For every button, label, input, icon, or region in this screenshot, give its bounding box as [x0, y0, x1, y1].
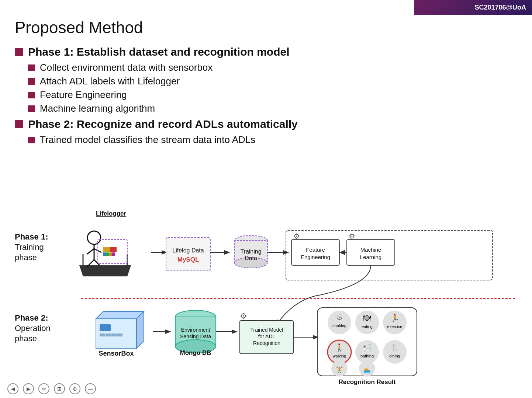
svg-point-4	[87, 231, 101, 244]
phase1-item-2: Attach ADL labels with Lifelogger	[28, 76, 525, 87]
sub-bullet-4	[28, 105, 35, 112]
phase2-operation-label: Operation	[15, 324, 51, 333]
phase1-subitems: Collect environment data with sensorbox …	[28, 62, 525, 114]
svg-rect-15	[112, 252, 115, 256]
sub-bullet-5	[28, 137, 35, 143]
header-bar: SC201706@UoA	[414, 0, 532, 15]
svg-text:🏃: 🏃	[390, 314, 400, 322]
svg-text:Engineering: Engineering	[301, 254, 330, 260]
phase1-bullet	[15, 48, 23, 56]
sub-bullet-1	[28, 64, 35, 71]
phase1-item-2-text: Attach ADL labels with Lifelogger	[40, 76, 180, 87]
mysql-label: MySQL	[177, 256, 199, 263]
phase2-subitems: Trained model classifies the stream data…	[28, 134, 525, 146]
svg-rect-45	[117, 334, 122, 336]
svg-rect-11	[110, 247, 117, 252]
svg-text:Lifelogger: Lifelogger	[96, 210, 127, 217]
svg-text:dining: dining	[389, 354, 400, 358]
svg-text:Data: Data	[245, 255, 257, 261]
svg-rect-41	[100, 324, 111, 331]
phase1-phase-label: phase	[15, 253, 37, 262]
svg-text:⚙: ⚙	[240, 311, 247, 321]
nav-minus-button[interactable]: —	[85, 383, 96, 394]
nav-forward-button[interactable]: ▶	[23, 383, 34, 394]
phase1-item-4-text: Machine learning algorithm	[40, 103, 155, 114]
svg-text:eating: eating	[362, 324, 373, 329]
nav-zoom-button[interactable]: ⊕	[69, 383, 80, 394]
phase2-diagram-label: Phase 2:	[15, 313, 48, 322]
nav-edit-button[interactable]: ✏	[38, 383, 49, 394]
svg-rect-19	[166, 238, 210, 271]
sub-bullet-2	[28, 78, 35, 85]
svg-text:Machine: Machine	[360, 247, 381, 253]
person-desk-icon: Lifelogger	[79, 210, 131, 276]
phase1-section: Phase 1: Establish dataset and recogniti…	[15, 46, 525, 114]
svg-text:SensorBox: SensorBox	[99, 350, 134, 357]
sensorbox-icon: SensorBox	[96, 311, 144, 357]
svg-text:🚶: 🚶	[335, 343, 344, 352]
phase1-item-3-text: Feature Engineering	[40, 89, 127, 101]
sub-bullet-3	[28, 92, 35, 98]
phase2-heading-text: Phase 2: Recognize and record ADLs autom…	[28, 118, 298, 130]
svg-text:🏋: 🏋	[336, 366, 343, 373]
svg-text:cooking: cooking	[332, 324, 346, 328]
svg-text:⚙: ⚙	[349, 232, 355, 240]
header-code: SC201706@UoA	[474, 4, 526, 11]
svg-text:🍽: 🍽	[363, 313, 371, 322]
phase2-item-1-text: Trained model classifies the stream data…	[40, 134, 255, 146]
svg-text:Sensing Data: Sensing Data	[180, 334, 211, 339]
nav-grid-button[interactable]: ⊞	[54, 383, 65, 394]
phase1-item-4: Machine learning algorithm	[28, 103, 525, 114]
phase2-item-1: Trained model classifies the stream data…	[28, 134, 525, 146]
phase2-section: Phase 2: Recognize and record ADLs autom…	[15, 118, 525, 146]
phase1-diagram-label: Phase 1:	[15, 232, 48, 241]
svg-text:♨: ♨	[336, 313, 343, 321]
phase2-bullet	[15, 120, 23, 128]
svg-text:Feature: Feature	[306, 247, 325, 253]
svg-rect-12	[103, 252, 106, 256]
svg-rect-42	[100, 334, 105, 336]
svg-rect-44	[111, 334, 117, 336]
phase1-training-label: Training	[15, 242, 44, 252]
phase2-phase-label: phase	[15, 334, 37, 343]
svg-text:Training: Training	[240, 248, 261, 255]
nav-back-button[interactable]: ◀	[7, 383, 18, 394]
svg-text:for ADL: for ADL	[258, 334, 276, 339]
svg-text:exercise: exercise	[387, 324, 403, 329]
phase1-heading: Phase 1: Establish dataset and recogniti…	[15, 46, 525, 58]
phase1-item-3: Feature Engineering	[28, 89, 525, 101]
diagram-svg: Phase 1: Training phase Phase 2: Operati…	[7, 210, 524, 391]
phase1-item-1: Collect environment data with sensorbox	[28, 62, 525, 73]
svg-rect-10	[103, 247, 110, 252]
svg-rect-43	[106, 334, 111, 336]
svg-text:Recognition: Recognition	[253, 340, 280, 346]
svg-line-9	[94, 260, 100, 265]
svg-text:Trained Model: Trained Model	[251, 327, 283, 333]
svg-text:🍴: 🍴	[390, 343, 400, 352]
phase1-item-1-text: Collect environment data with sensorbox	[40, 62, 213, 73]
svg-text:⚙: ⚙	[293, 232, 300, 240]
nav-bar: ◀ ▶ ✏ ⊞ ⊕ —	[0, 380, 532, 398]
svg-text:🏊: 🏊	[363, 366, 371, 373]
svg-text:Mongo DB: Mongo DB	[180, 349, 211, 356]
phase2-heading: Phase 2: Recognize and record ADLs autom…	[15, 118, 525, 130]
svg-text:🛀: 🛀	[363, 343, 372, 352]
svg-rect-14	[109, 252, 112, 256]
svg-marker-39	[96, 311, 144, 319]
svg-text:Environment: Environment	[181, 327, 210, 333]
svg-text:Learning: Learning	[360, 254, 381, 260]
page-title: Proposed Method	[15, 18, 525, 37]
phase1-heading-text: Phase 1: Establish dataset and recogniti…	[28, 46, 290, 58]
svg-line-6	[87, 249, 94, 254]
svg-rect-13	[106, 252, 109, 256]
svg-text:walking: walking	[332, 354, 346, 358]
lifelog-data-label: Lifelog Data	[172, 247, 204, 254]
svg-text:bathing: bathing	[360, 354, 374, 358]
